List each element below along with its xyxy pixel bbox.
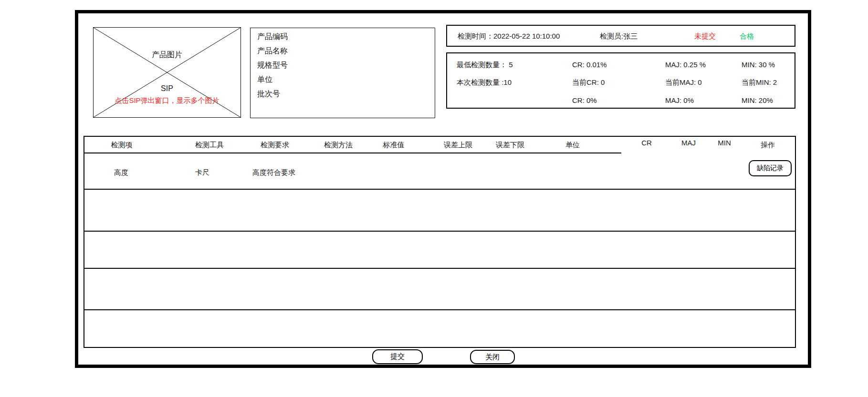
- stat-value: MAJ: 0%: [665, 96, 694, 105]
- column-header: MIN: [718, 139, 731, 147]
- stat-value: CR: 0.01%: [572, 60, 607, 70]
- inspection-time-value: 2022-05-22 10:10:00: [493, 32, 560, 40]
- stat-value: MIN: 30 %: [742, 60, 775, 70]
- inspector-name: 检测员:张三: [600, 31, 638, 41]
- column-header: 误差下限: [496, 141, 524, 150]
- stat-value: 当前MIN: 2: [742, 78, 777, 87]
- column-header: MAJ: [681, 139, 696, 147]
- column-header: 操作: [761, 141, 775, 150]
- row-separator: [84, 189, 795, 190]
- stat-value: 当前MAJ: 0: [665, 78, 702, 87]
- cell-item: 高度: [114, 168, 128, 177]
- product-field-label: 产品编码: [257, 32, 435, 41]
- product-info-panel: 产品编码产品名称规格型号单位批次号: [250, 28, 435, 118]
- sip-note: 点击SIP弹出窗口，显示多个图片: [94, 96, 241, 105]
- column-header: 标准值: [383, 141, 405, 150]
- stats-panel: 最低检测数量： 5CR: 0.01%MAJ: 0.25 %MIN: 30 %本次…: [446, 52, 795, 109]
- table-header-underline: [84, 153, 621, 153]
- inspection-time-label: 检测时间：: [458, 32, 493, 40]
- inspection-table: 检测项检测工具检测要求检测方法标准值误差上限误差下限单位CRMAJMIN操作 高…: [84, 136, 796, 348]
- cell-requirement: 高度符合要求: [252, 168, 295, 177]
- stat-value: MIN: 20%: [742, 96, 773, 105]
- row-separator: [84, 268, 795, 269]
- sip-link[interactable]: SIP: [94, 84, 241, 93]
- row-separator: [84, 231, 795, 232]
- cell-tool: 卡尺: [195, 168, 209, 177]
- column-header: 检测工具: [195, 141, 224, 150]
- stat-value: MAJ: 0.25 %: [665, 60, 706, 70]
- inspection-window: 产品图片 SIP 点击SIP弹出窗口，显示多个图片 产品编码产品名称规格型号单位…: [75, 10, 811, 368]
- inspection-header-panel: 检测时间：2022-05-22 10:10:00 检测员:张三 未提交 合格: [446, 25, 795, 47]
- column-header: 检测方法: [324, 141, 353, 150]
- submit-status-badge: 未提交: [694, 31, 716, 41]
- stat-value: CR: 0%: [572, 96, 597, 105]
- column-header: 检测项: [111, 141, 133, 150]
- product-field-label: 批次号: [257, 89, 435, 99]
- stat-value: 最低检测数量： 5: [457, 60, 513, 70]
- product-image-title: 产品图片: [94, 50, 241, 60]
- stat-value: 本次检测数量 :10: [457, 78, 512, 87]
- column-header: 误差上限: [444, 141, 472, 150]
- inspection-time: 检测时间：2022-05-22 10:10:00: [458, 31, 560, 41]
- column-header: 检测要求: [261, 141, 289, 150]
- row-separator: [84, 309, 795, 310]
- stat-value: 当前CR: 0: [572, 78, 605, 87]
- product-field-label: 产品名称: [257, 46, 435, 56]
- column-header: CR: [641, 139, 652, 147]
- product-field-label: 单位: [257, 75, 435, 84]
- product-image-placeholder[interactable]: 产品图片 SIP 点击SIP弹出窗口，显示多个图片: [93, 27, 241, 118]
- product-field-label: 规格型号: [257, 61, 435, 70]
- submit-button[interactable]: 提交: [372, 349, 423, 364]
- product-info-fields: 产品编码产品名称规格型号单位批次号: [257, 32, 435, 99]
- close-button[interactable]: 关闭: [470, 350, 515, 364]
- column-header: 单位: [565, 141, 580, 150]
- defect-record-button[interactable]: 缺陷记录: [749, 160, 792, 176]
- result-status-badge: 合格: [740, 31, 754, 41]
